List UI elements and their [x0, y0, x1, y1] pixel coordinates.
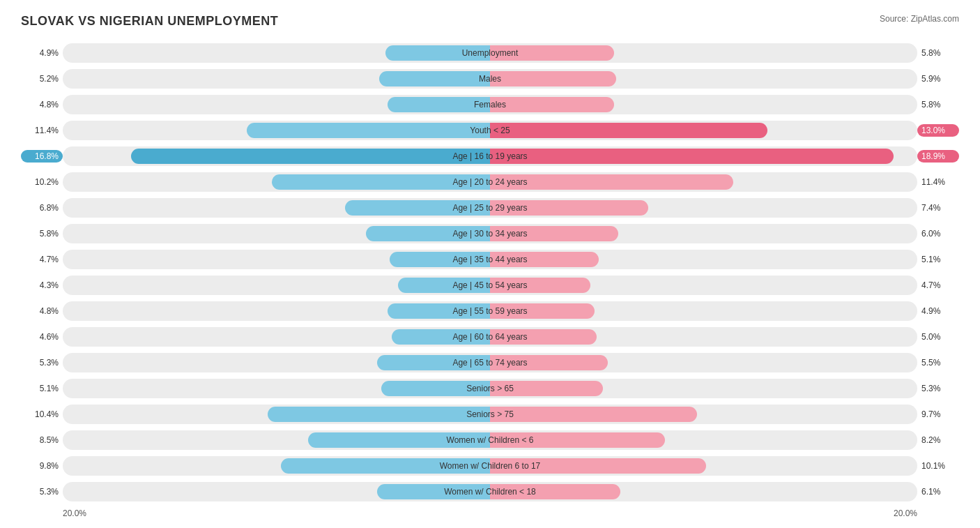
bar-nigerian: [490, 123, 767, 138]
bars-bg: Women w/ Children < 18: [63, 482, 917, 501]
value-left: 4.8%: [21, 306, 63, 316]
value-right: 4.7%: [917, 280, 959, 290]
value-right: 6.0%: [917, 229, 959, 239]
bars-area: Age | 16 to 19 years: [63, 144, 917, 168]
value-left: 4.7%: [21, 255, 63, 264]
bar-nigerian: [490, 71, 616, 86]
bars-bg: Women w/ Children < 6: [63, 430, 917, 450]
bars-bg: Females: [63, 95, 917, 114]
bars-bg: Women w/ Children 6 to 17: [63, 456, 917, 476]
value-left: 10.2%: [21, 177, 63, 187]
bars-bg: Age | 25 to 29 years: [63, 198, 917, 218]
chart-row: 5.3%Age | 65 to 74 years5.5%: [21, 351, 959, 375]
bars-bg: Unemployment: [63, 43, 917, 63]
value-right: 18.9%: [917, 150, 959, 163]
bar-slovak: [398, 278, 490, 293]
bars-area: Women w/ Children 6 to 17: [63, 454, 917, 478]
value-left: 4.3%: [21, 280, 63, 290]
bars-bg: Age | 45 to 54 years: [63, 276, 917, 295]
bar-slovak: [281, 458, 490, 474]
bars-bg: Males: [63, 69, 917, 89]
bar-slovak: [366, 226, 490, 241]
bar-slovak: [247, 123, 490, 138]
value-right: 5.0%: [917, 332, 959, 342]
bar-nigerian: [490, 45, 614, 61]
bar-nigerian: [490, 355, 608, 370]
bar-nigerian: [490, 226, 618, 241]
value-right: 9.7%: [917, 409, 959, 419]
chart-row: 10.2%Age | 20 to 24 years11.4%: [21, 170, 959, 194]
value-right: 13.0%: [917, 124, 959, 137]
bars-area: Age | 45 to 54 years: [63, 273, 917, 297]
axis-left: 20.0%: [63, 508, 86, 518]
chart-row: 5.1%Seniors > 655.3%: [21, 377, 959, 400]
bar-slovak: [131, 149, 490, 164]
value-left: 5.1%: [21, 384, 63, 393]
axis-right: 20.0%: [894, 508, 917, 518]
bars-area: Women w/ Children < 6: [63, 428, 917, 452]
value-left: 4.8%: [21, 100, 63, 110]
chart-title: SLOVAK VS NIGERIAN UNEMPLOYMENT: [21, 14, 278, 29]
bar-slovak: [308, 432, 490, 448]
bars-area: Females: [63, 93, 917, 116]
chart-row: 4.6%Age | 60 to 64 years5.0%: [21, 325, 959, 349]
bars-bg: Seniors > 75: [63, 405, 917, 424]
bar-nigerian: [490, 303, 595, 319]
chart-row: 5.2%Males5.9%: [21, 67, 959, 91]
value-right: 5.8%: [917, 100, 959, 110]
bar-slovak: [392, 329, 490, 345]
bar-slovak: [377, 355, 490, 370]
value-right: 11.4%: [917, 177, 959, 187]
bar-slovak: [379, 71, 490, 86]
bar-nigerian: [490, 381, 603, 396]
bar-nigerian: [490, 458, 706, 474]
chart-row: 10.4%Seniors > 759.7%: [21, 402, 959, 426]
value-left: 9.8%: [21, 461, 63, 471]
chart-row: 6.8%Age | 25 to 29 years7.4%: [21, 196, 959, 220]
chart-header: SLOVAK VS NIGERIAN UNEMPLOYMENT Source: …: [21, 14, 959, 29]
chart-row: 4.7%Age | 35 to 44 years5.1%: [21, 248, 959, 271]
bar-nigerian: [490, 407, 697, 422]
chart-row: 4.9%Unemployment5.8%: [21, 41, 959, 65]
chart-row: 16.8%Age | 16 to 19 years18.9%: [21, 144, 959, 168]
bars-bg: Age | 60 to 64 years: [63, 327, 917, 347]
chart-row: 4.8%Age | 55 to 59 years4.9%: [21, 299, 959, 323]
value-right: 6.1%: [917, 487, 959, 497]
value-right: 8.2%: [917, 435, 959, 445]
bars-area: Seniors > 65: [63, 377, 917, 400]
bars-area: Unemployment: [63, 41, 917, 65]
axis-labels: 20.0% 20.0%: [21, 506, 959, 518]
bars-bg: Age | 16 to 19 years: [63, 146, 917, 166]
bars-area: Age | 25 to 29 years: [63, 196, 917, 220]
chart-container: SLOVAK VS NIGERIAN UNEMPLOYMENT Source: …: [0, 0, 980, 528]
bars-bg: Age | 30 to 34 years: [63, 224, 917, 243]
value-right: 7.4%: [917, 203, 959, 213]
bar-nigerian: [490, 149, 894, 164]
value-left: 4.6%: [21, 332, 63, 342]
bars-bg: Age | 65 to 74 years: [63, 353, 917, 372]
value-right: 5.8%: [917, 48, 959, 58]
bars-area: Males: [63, 67, 917, 91]
bar-nigerian: [490, 278, 590, 293]
chart-row: 4.8%Females5.8%: [21, 93, 959, 116]
value-left: 11.4%: [21, 126, 63, 135]
bar-nigerian: [490, 174, 733, 190]
value-left: 5.3%: [21, 487, 63, 497]
bar-slovak: [272, 174, 490, 190]
bars-area: Age | 65 to 74 years: [63, 351, 917, 375]
bars-bg: Seniors > 65: [63, 379, 917, 398]
bars-bg: Age | 20 to 24 years: [63, 172, 917, 192]
value-left: 8.5%: [21, 435, 63, 445]
bar-slovak: [381, 381, 490, 396]
value-left: 4.9%: [21, 48, 63, 58]
value-right: 5.3%: [917, 384, 959, 393]
bar-nigerian: [490, 432, 665, 448]
bars-area: Women w/ Children < 18: [63, 480, 917, 504]
bar-nigerian: [490, 484, 620, 499]
value-left: 5.2%: [21, 74, 63, 84]
bar-slovak: [390, 252, 490, 267]
chart-row: 11.4%Youth < 2513.0%: [21, 119, 959, 142]
chart-body: 4.9%Unemployment5.8%5.2%Males5.9%4.8%Fem…: [21, 41, 959, 504]
bars-area: Age | 20 to 24 years: [63, 170, 917, 194]
value-left: 5.3%: [21, 358, 63, 368]
